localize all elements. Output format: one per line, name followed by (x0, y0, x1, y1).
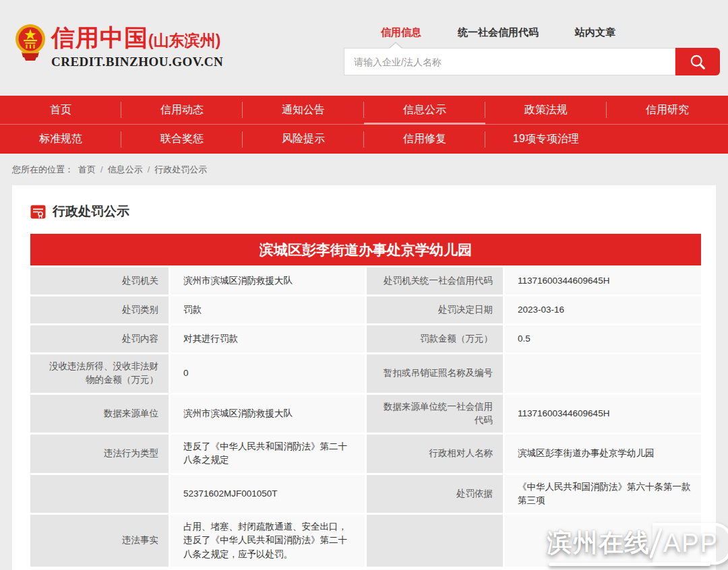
watermark-bubble-outline (653, 523, 728, 565)
breadcrumb-current-page: 行政处罚公示 (154, 164, 207, 176)
breadcrumb-info-disclosure[interactable]: 信息公示 (108, 164, 143, 176)
value-violation-type: 违反了《中华人民共和国消防法》第二十八条之规定 (171, 435, 365, 473)
label-fine-amount: 罚款金额（万元） (367, 325, 503, 352)
label-penalty-content: 处罚内容 (30, 325, 169, 352)
main-nav: 首页 信用动态 通知公告 信息公示 政策法规 信用研究 标准规范 联合奖惩 风险… (0, 96, 728, 154)
nav-item-credit-research[interactable]: 信用研究 (607, 96, 728, 124)
breadcrumb: 您所在的位置： 首页 / 信息公示 / 行政处罚公示 (12, 154, 207, 185)
label-data-source-unit: 数据来源单位 (30, 395, 169, 433)
value-fine-amount: 0.5 (505, 325, 701, 352)
section-header: 行政处罚公示 (30, 203, 129, 220)
nav-item-credit-news[interactable]: 信用动态 (121, 96, 243, 124)
site-header: 信用中国(山东滨州) CREDIT.BINZHOU.GOV.CN 信用信息 统一… (0, 0, 728, 96)
value-license-suspension (505, 354, 701, 393)
label-empty (30, 475, 169, 513)
search-button[interactable] (675, 48, 720, 75)
site-title: 信用中国 (51, 22, 148, 54)
value-data-source-unit: 滨州市滨城区消防救援大队 (171, 395, 365, 433)
watermark-underline (549, 563, 710, 566)
penalty-table-row: 处罚类别 罚款 处罚决定日期 2023-03-16 (30, 296, 701, 323)
value-authority-credit-code: 11371600344609645H (505, 267, 701, 294)
label-counterpart-name: 行政相对人名称 (367, 435, 503, 473)
breadcrumb-label: 您所在的位置： (12, 164, 73, 176)
main-nav-row-1: 首页 信用动态 通知公告 信息公示 政策法规 信用研究 (0, 96, 728, 125)
penalty-table-row: 违法行为类型 违反了《中华人民共和国消防法》第二十八条之规定 行政相对人名称 滨… (30, 435, 701, 473)
watermark-text: 滨州在线 (547, 526, 650, 560)
label-violation-type: 违法行为类型 (30, 435, 169, 473)
penalty-table-row: 数据来源单位 滨州市滨城区消防救援大队 数据来源单位统一社会信用代码 11371… (30, 395, 701, 433)
penalty-table-row: 处罚机关 滨州市滨城区消防救援大队 处罚机关统一社会信用代码 113716003… (30, 267, 701, 294)
top-link-unified-code[interactable]: 统一社会信用代码 (458, 26, 539, 39)
nav-item-risk-alerts[interactable]: 风险提示 (243, 125, 364, 154)
value-penalty-content: 对其进行罚款 (171, 325, 365, 352)
label-confiscation-amount: 没收违法所得、没收非法财物的金额（万元） (30, 354, 169, 393)
nav-item-home[interactable]: 首页 (0, 96, 121, 124)
binzhou-online-app-watermark: 滨州在线 APP (547, 519, 728, 567)
header-tab-links: 信用信息 统一社会信用代码 站内文章 (381, 26, 615, 39)
nav-item-info-disclosure[interactable]: 信息公示 (364, 96, 485, 124)
value-penalty-category: 罚款 (171, 296, 365, 323)
page: 信用中国(山东滨州) CREDIT.BINZHOU.GOV.CN 信用信息 统一… (0, 0, 728, 570)
page-title: 行政处罚公示 (53, 203, 129, 220)
top-link-site-articles[interactable]: 站内文章 (575, 26, 615, 39)
value-counterpart-code: 52371602MJF001050T (171, 475, 365, 513)
value-violation-facts: 占用、堵塞、封闭疏散通道、安全出口，违反了《中华人民共和国消防法》第二十八条之规… (171, 515, 365, 567)
value-confiscation-amount: 0 (171, 354, 365, 393)
nav-item-credit-repair[interactable]: 信用修复 (364, 125, 485, 154)
nav-item-policies[interactable]: 政策法规 (485, 96, 607, 124)
search-bar (344, 48, 720, 75)
breadcrumb-home[interactable]: 首页 (78, 164, 96, 176)
label-penalty-category: 处罚类别 (30, 296, 169, 323)
penalty-table-row: 52371602MJF001050T 处罚依据 《中华人民共和国消防法》第六十条… (30, 475, 701, 513)
logo-text: 信用中国(山东滨州) CREDIT.BINZHOU.GOV.CN (51, 22, 223, 69)
label-empty (367, 515, 503, 567)
breadcrumb-separator: / (100, 164, 103, 175)
site-domain: CREDIT.BINZHOU.GOV.CN (51, 55, 223, 69)
nav-item-standards[interactable]: 标准规范 (0, 125, 121, 154)
nav-item-special-governance[interactable]: 19项专项治理 (485, 125, 607, 154)
entity-name-banner: 滨城区彭李街道办事处京学幼儿园 (30, 234, 701, 265)
value-decision-date: 2023-03-16 (505, 296, 701, 323)
top-link-credit-info[interactable]: 信用信息 (381, 26, 421, 39)
site-title-suffix: (山东滨州) (148, 30, 220, 51)
search-icon (688, 53, 707, 71)
penalty-table-row: 处罚内容 对其进行罚款 罚款金额（万元） 0.5 (30, 325, 701, 352)
search-input[interactable] (344, 48, 675, 75)
certificate-icon (30, 204, 46, 220)
value-penalty-authority: 滨州市滨城区消防救援大队 (171, 267, 365, 294)
penalty-table-row: 没收违法所得、没收非法财物的金额（万元） 0 暂扣或吊销证照名称及编号 (30, 354, 701, 393)
label-authority-credit-code: 处罚机关统一社会信用代码 (367, 267, 503, 294)
national-emblem-icon (15, 22, 46, 61)
label-penalty-authority: 处罚机关 (30, 267, 169, 294)
label-license-suspension: 暂扣或吊销证照名称及编号 (367, 354, 503, 393)
value-source-credit-code: 11371600344609645H (505, 395, 701, 433)
nav-item-notices[interactable]: 通知公告 (243, 96, 364, 124)
label-penalty-basis: 处罚依据 (367, 475, 503, 513)
main-nav-row-2: 标准规范 联合奖惩 风险提示 信用修复 19项专项治理 (0, 125, 728, 154)
site-logo[interactable]: 信用中国(山东滨州) CREDIT.BINZHOU.GOV.CN (15, 22, 223, 69)
label-decision-date: 处罚决定日期 (367, 296, 503, 323)
nav-item-joint-incentives[interactable]: 联合奖惩 (121, 125, 243, 154)
content-card: 行政处罚公示 滨城区彭李街道办事处京学幼儿园 处罚机关 滨州市滨城区消防救援大队… (12, 185, 716, 570)
label-source-credit-code: 数据来源单位统一社会信用代码 (367, 395, 503, 433)
value-counterpart-name: 滨城区彭李街道办事处京学幼儿园 (505, 435, 701, 473)
value-penalty-basis: 《中华人民共和国消防法》第六十条第一款第三项 (505, 475, 701, 513)
label-violation-facts: 违法事实 (30, 515, 169, 567)
breadcrumb-separator: / (148, 164, 150, 175)
